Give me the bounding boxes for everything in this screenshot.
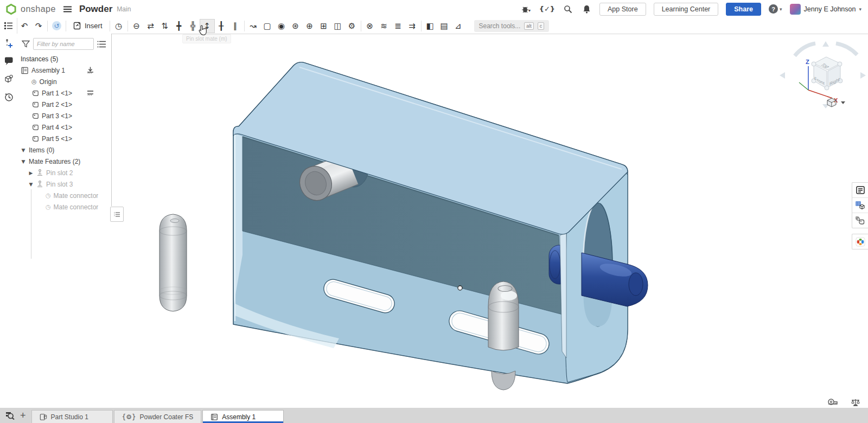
tab-part-studio-1[interactable]: Part Studio 1: [31, 410, 113, 423]
divider: [361, 21, 361, 31]
four-view-icon[interactable]: ◫: [331, 20, 345, 33]
list-view-icon[interactable]: [97, 41, 106, 48]
tree-row-part4[interactable]: Part 4 <1>: [17, 121, 111, 133]
versions-icon[interactable]: {✓}: [539, 5, 555, 13]
tree-guide-line: [31, 189, 31, 259]
menu-icon[interactable]: [63, 6, 72, 12]
help-menu[interactable]: ? ▾: [769, 4, 782, 14]
app-store-button[interactable]: App Store: [599, 3, 646, 16]
insert-button[interactable]: Insert: [68, 20, 108, 33]
part-icon: [31, 89, 39, 97]
learning-center-button[interactable]: Learning Center: [654, 3, 719, 16]
workspace-name[interactable]: Main: [117, 5, 131, 13]
mate-tangent-icon[interactable]: ↝: [246, 20, 260, 33]
mate-ball-icon[interactable]: ╬: [186, 20, 200, 33]
gear-relation-icon[interactable]: ⊗: [363, 20, 377, 33]
search-tools-placeholder: Search tools...: [479, 22, 521, 30]
assembly-tree-toggle[interactable]: [0, 18, 17, 34]
configurations-icon[interactable]: [852, 213, 868, 228]
help-icon: ?: [769, 4, 778, 14]
tool-tooltip: Pin slot mate (m): [182, 34, 231, 43]
origin-marker[interactable]: [458, 286, 462, 290]
tree-row-part1[interactable]: Part 1 <1>: [17, 87, 111, 99]
tree-row-part5[interactable]: Part 5 <1>: [17, 133, 111, 144]
divider: [66, 21, 66, 31]
select-region-icon[interactable]: ▢: [260, 20, 275, 33]
key-hint-c: c: [538, 22, 545, 30]
add-tab-button[interactable]: +: [20, 411, 26, 420]
filter-funnel-icon: [22, 40, 30, 48]
measure-icon[interactable]: ⊿: [451, 20, 465, 33]
chevron-down-icon: ▼: [21, 159, 26, 164]
panel-collapse-handle[interactable]: [110, 207, 124, 222]
tree-row-pin-slot-2[interactable]: ▶ Pin slot 2: [17, 167, 111, 178]
history-clock-icon[interactable]: ◷: [112, 20, 126, 33]
rack-pinion-icon[interactable]: ≋: [377, 20, 391, 33]
version-graph-icon[interactable]: [3, 38, 14, 49]
tape-measure-icon[interactable]: [827, 399, 838, 407]
undo-button[interactable]: ↶: [17, 20, 31, 33]
share-button[interactable]: Share: [726, 3, 761, 16]
mate-revolute-icon[interactable]: ⇄: [144, 20, 158, 33]
3d-viewport[interactable]: Top Front Right Z X: [0, 0, 868, 423]
bom-table-icon[interactable]: [852, 198, 868, 213]
insert-position-icon[interactable]: ⊛: [289, 20, 303, 33]
search-icon[interactable]: [563, 4, 573, 15]
divider: [244, 21, 245, 31]
mate-parallel-icon[interactable]: ∥: [228, 20, 242, 33]
redo-button[interactable]: ↷: [31, 20, 46, 33]
enclosure-box-part[interactable]: [233, 62, 648, 390]
comments-icon[interactable]: [3, 56, 14, 67]
screw-relation-icon[interactable]: ≣: [391, 20, 405, 33]
history-icon[interactable]: [3, 92, 14, 102]
anchor-fixed-icon[interactable]: [87, 67, 94, 74]
top-bar: onshape Powder Main ▾ {✓} App Store Lear…: [0, 0, 868, 18]
interference-icon[interactable]: ⚙: [345, 20, 359, 33]
view-cube[interactable]: Top Front Right Z X: [780, 41, 866, 108]
mass-properties-icon[interactable]: [851, 399, 860, 407]
instances-header[interactable]: Instances (5): [17, 53, 111, 65]
tab-assembly-1[interactable]: Assembly 1: [202, 410, 284, 423]
divider: [110, 21, 110, 31]
tree-row-part2[interactable]: Part 2 <1>: [17, 99, 111, 110]
snap-mode-icon[interactable]: ⊞: [317, 20, 331, 33]
tab-label: Assembly 1: [222, 413, 256, 421]
panel-border: [111, 34, 112, 206]
report-bug-icon[interactable]: ▾: [521, 4, 532, 15]
section-view-icon[interactable]: ◧: [423, 20, 437, 33]
mate-slider-icon[interactable]: ⇅: [158, 20, 172, 33]
mate-cylindrical-icon[interactable]: ╂: [214, 20, 228, 33]
mate-pin-slot-icon[interactable]: ↕: [200, 20, 214, 33]
chevron-down-icon: ▾: [780, 7, 782, 12]
onshape-logo[interactable]: onshape: [5, 3, 56, 15]
search-tabs-icon[interactable]: [5, 411, 15, 420]
free-pin-part[interactable]: [159, 214, 187, 311]
tree-row-assembly[interactable]: Assembly 1: [17, 65, 111, 76]
divider: [127, 21, 128, 31]
document-panel-icon[interactable]: [852, 183, 868, 198]
mate-connector-icon[interactable]: ◉: [275, 20, 289, 33]
fixed-icon[interactable]: [87, 90, 94, 96]
named-positions-icon[interactable]: ⊕: [303, 20, 317, 33]
filter-input[interactable]: [33, 38, 94, 50]
right-rail: [852, 182, 868, 249]
tab-powder-coater-fs[interactable]: {⚙} Powder Coater FS: [114, 410, 202, 423]
document-title[interactable]: Powder: [79, 4, 112, 15]
cube-pin-icon[interactable]: [3, 74, 14, 85]
slot-pin-part[interactable]: [488, 281, 519, 350]
search-tools-input[interactable]: Search tools... alt c: [474, 20, 550, 32]
mate-fastened-icon[interactable]: ⊖: [130, 20, 144, 33]
tree-row-origin[interactable]: ◎ Origin: [17, 76, 111, 87]
tree-row-part3[interactable]: Part 3 <1>: [17, 110, 111, 121]
user-menu[interactable]: Jenny E Johnson ▾: [790, 4, 861, 15]
rollback-button[interactable]: ↺: [52, 21, 61, 30]
tree-row-pin-slot-3[interactable]: ▼ Pin slot 3: [17, 178, 111, 190]
mate-features-header[interactable]: ▼ Mate Features (2): [17, 156, 111, 167]
community-forum-icon[interactable]: [852, 234, 868, 249]
items-header[interactable]: ▼ Items (0): [17, 144, 111, 156]
drawing-icon[interactable]: ▤: [437, 20, 451, 33]
mate-connector-icon: ◷: [46, 192, 51, 199]
replicate-icon[interactable]: ⇉: [405, 20, 419, 33]
mate-planar-icon[interactable]: ╋: [172, 20, 186, 33]
notifications-bell-icon[interactable]: [581, 4, 592, 15]
